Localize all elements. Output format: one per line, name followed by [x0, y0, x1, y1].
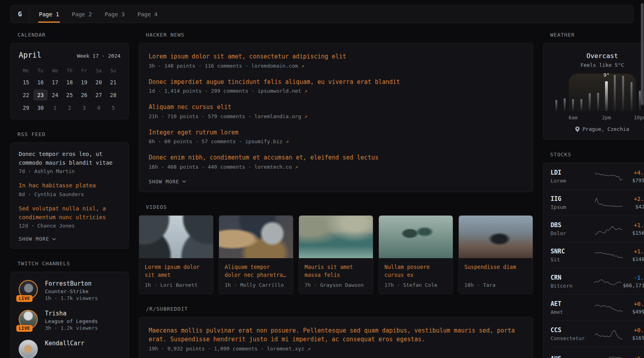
stock-row[interactable]: LDI Lorem +4.35% $795.18: [551, 163, 644, 189]
video-title-link[interactable]: Aliquam tempor dolor nec pharetra…: [225, 263, 287, 280]
calendar-day[interactable]: 19: [77, 77, 91, 88]
stock-row[interactable]: SNRC Sit +1.36% $148.64: [551, 242, 644, 268]
weather-condition: Overcast: [551, 52, 644, 60]
video-card[interactable]: Aliquam tempor dolor nec pharetra… 1h · …: [219, 215, 293, 294]
external-link-icon[interactable]: ↗: [304, 88, 307, 94]
rss-show-more-button[interactable]: SHOW MORE: [19, 236, 120, 242]
twitch-channel-name[interactable]: ForrestBurton: [45, 280, 98, 287]
subreddit-post-link[interactable]: Maecenas mollis pulvinar erat non posuer…: [149, 326, 523, 344]
video-card[interactable]: Mauris sit amet massa felis 7h · Grayson…: [299, 215, 373, 294]
video-thumbnail[interactable]: [139, 216, 213, 258]
calendar-day[interactable]: 15: [19, 77, 33, 88]
hackernews-show-more-label: SHOW MORE: [149, 179, 179, 185]
stock-sparkline: [594, 327, 624, 341]
video-thumbnail[interactable]: [459, 216, 533, 258]
twitch-channel-game: Counter-Strike: [45, 288, 98, 294]
rss-item-link[interactable]: In hac habitasse platea: [19, 181, 120, 190]
stock-row[interactable]: IIG Ipsum +2.84% $42.04: [551, 189, 644, 216]
video-card[interactable]: Suspendisse diam 18h · Tara: [458, 215, 533, 294]
calendar-day[interactable]: 27: [91, 90, 106, 101]
external-link-icon[interactable]: ↗: [285, 138, 289, 144]
video-thumbnail[interactable]: [379, 216, 453, 258]
rss-item-link[interactable]: Sed volutpat nulla nisl, a condimentum n…: [19, 204, 120, 222]
hackernews-item-link[interactable]: Donec imperdiet augue tincidunt felis al…: [149, 78, 523, 87]
hackernews-item-link[interactable]: Integer eget rutrum lorem: [149, 128, 523, 137]
page-tab[interactable]: Page 2: [66, 6, 99, 23]
twitch-channel-name[interactable]: KendallCarr: [45, 340, 84, 347]
stock-row[interactable]: CCS Consectetur +0.51% $165.84: [551, 321, 644, 347]
calendar-day[interactable]: 22: [19, 90, 33, 101]
stock-row[interactable]: AHS +0.46%: [551, 347, 644, 358]
calendar-day[interactable]: 18: [62, 77, 77, 88]
twitch-channel-row[interactable]: LIVE ForrestBurton Counter-Strike 1h · 1…: [19, 280, 120, 301]
hackernews-item-link[interactable]: Donec enim nibh, condimentum et accumsan…: [149, 153, 523, 162]
video-meta: 1h · Molly Carrillo: [225, 282, 287, 288]
stock-row[interactable]: CRN Bitcorn -1.00% $66,171.48: [551, 268, 644, 294]
weather-location[interactable]: Prague, Czechia: [551, 126, 644, 132]
hackernews-show-more-button[interactable]: SHOW MORE: [149, 179, 523, 185]
stock-identity: LDI Lorem: [551, 169, 594, 184]
calendar-day[interactable]: 23: [33, 90, 48, 101]
calendar-day[interactable]: 28: [106, 90, 120, 101]
left-column: CALENDAR April Week 17 · 2024 Mo Tu We: [10, 32, 129, 358]
stock-name: Lorem: [551, 178, 594, 184]
page-scrollbar[interactable]: [641, 3, 644, 105]
calendar-day[interactable]: 16: [33, 77, 48, 88]
hackernews-item-link[interactable]: Aliquam nec cursus elit: [149, 103, 523, 112]
videos-row: Lorem ipsum dolor sit amet consectetu… 1…: [139, 215, 533, 294]
twitch-channel-row[interactable]: KendallCarr: [19, 340, 120, 358]
video-card[interactable]: Lorem ipsum dolor sit amet consectetu… 1…: [139, 215, 213, 294]
external-link-icon[interactable]: ↗: [295, 164, 298, 170]
video-title-link[interactable]: Nullam posuere cursus ex: [384, 263, 447, 280]
calendar-day-of-week: We: [48, 66, 62, 77]
video-card[interactable]: Nullam posuere cursus ex 17h · Stefan Co…: [378, 215, 453, 294]
video-thumbnail[interactable]: [299, 216, 373, 258]
calendar-day[interactable]: 26: [77, 90, 91, 101]
hackernews-item-meta-text: 1d · 1,414 points · 299 comments · ipsum…: [149, 88, 301, 94]
external-link-icon[interactable]: ↗: [301, 63, 305, 69]
stock-values: +2.84% $42.04: [624, 196, 644, 210]
calendar-day[interactable]: 30: [33, 102, 48, 113]
stock-price: $156.28: [624, 230, 644, 236]
calendar-day[interactable]: 21: [106, 77, 120, 88]
video-title-link[interactable]: Suspendisse diam: [464, 263, 527, 280]
page-tab[interactable]: Page 3: [98, 6, 131, 23]
calendar-day[interactable]: 24: [48, 90, 62, 101]
page-tab[interactable]: Page 1: [33, 6, 66, 23]
twitch-channel-row[interactable]: LIVE Trisha League of Legends 3h · 1.2k …: [19, 310, 120, 331]
video-thumbnail[interactable]: [219, 216, 293, 258]
calendar-day[interactable]: 5: [106, 102, 120, 113]
calendar-day[interactable]: 29: [19, 102, 33, 113]
hackernews-item-link[interactable]: Lorem ipsum dolor sit amet, consectetur …: [149, 52, 523, 61]
stock-sparkline: [593, 275, 623, 288]
calendar-day[interactable]: 25: [62, 90, 77, 101]
calendar-day[interactable]: 1: [48, 102, 62, 113]
videos-widget: VIDEOS Lorem ipsum dolor sit amet consec…: [139, 204, 533, 294]
calendar-day[interactable]: 20: [91, 77, 106, 88]
page-tab[interactable]: Page 4: [131, 6, 164, 23]
twitch-channel-info: ForrestBurton Counter-Strike 1h · 1.7k v…: [45, 280, 98, 301]
twitch-channel-name[interactable]: Trisha: [45, 310, 98, 317]
video-card-body: Suspendisse diam 18h · Tara: [459, 258, 533, 294]
calendar-day[interactable]: 17: [48, 77, 62, 88]
rss-item-meta: 7d · Ashlyn Martin: [19, 168, 120, 174]
calendar-day[interactable]: 3: [77, 102, 91, 113]
calendar-day[interactable]: 4: [91, 102, 106, 113]
external-link-icon[interactable]: ↗: [304, 113, 307, 119]
stock-row[interactable]: AET Amet +0.92% $499.72: [551, 294, 644, 321]
calendar-day-headers: Mo Tu We Th Fr Sa Su: [19, 66, 120, 77]
external-link-icon[interactable]: ↗: [307, 346, 310, 352]
weather-feels-like: Feels like 5°C: [551, 62, 644, 68]
calendar-day[interactable]: 2: [62, 102, 77, 113]
calendar-days-grid: 15 16 17 18 19 20 21: [19, 77, 120, 113]
time-axis-label: 10pm: [634, 115, 644, 121]
stock-change-percent: +1.36%: [624, 248, 644, 255]
weather-bar-slot: 9° 2pm: [602, 74, 611, 111]
rss-item-link[interactable]: Donec tempor eros leo, ut commodo mauris…: [19, 150, 120, 167]
video-title-link[interactable]: Lorem ipsum dolor sit amet consectetu…: [145, 263, 208, 280]
stock-identity: AET Amet: [551, 300, 594, 315]
stock-price: $148.64: [624, 256, 644, 262]
stock-row[interactable]: DBS Dolor +1.42% $156.28: [551, 216, 644, 242]
subreddit-widget-label: /R/SUBREDDIT: [146, 306, 533, 312]
video-title-link[interactable]: Mauris sit amet massa felis: [305, 263, 367, 280]
